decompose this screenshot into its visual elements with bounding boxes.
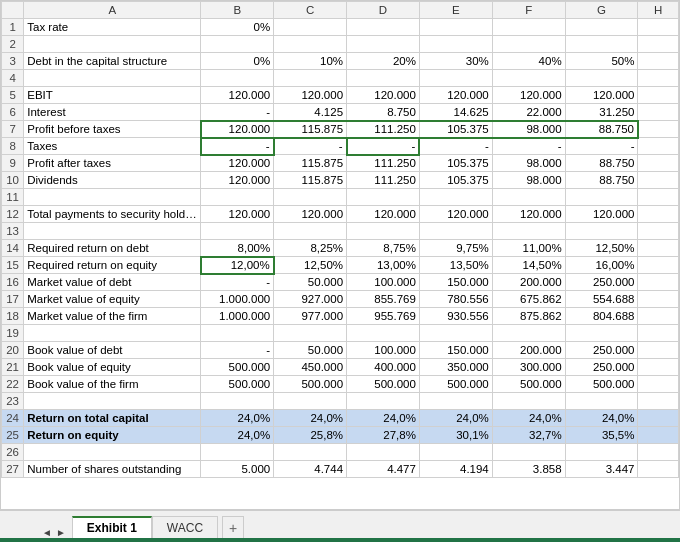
cell-b1[interactable]: 0% (201, 19, 274, 36)
cell-c22[interactable]: 500.000 (274, 376, 347, 393)
table-row[interactable]: 11 (2, 189, 679, 206)
cell-a9[interactable]: Profit after taxes (24, 155, 201, 172)
cell-g6[interactable]: 31.250 (565, 104, 638, 121)
cell-d26[interactable] (347, 444, 420, 461)
cell-f15[interactable]: 14,50% (492, 257, 565, 274)
cell-c6[interactable]: 4.125 (274, 104, 347, 121)
cell-d8[interactable]: - (347, 138, 420, 155)
cell-a4[interactable] (24, 70, 201, 87)
cell-g8[interactable]: - (565, 138, 638, 155)
table-row[interactable]: 5EBIT120.000120.000120.000120.000120.000… (2, 87, 679, 104)
cell-a11[interactable] (24, 189, 201, 206)
cell-a20[interactable]: Book value of debt (24, 342, 201, 359)
cell-f22[interactable]: 500.000 (492, 376, 565, 393)
cell-d9[interactable]: 111.250 (347, 155, 420, 172)
cell-g9[interactable]: 88.750 (565, 155, 638, 172)
cell-f20[interactable]: 200.000 (492, 342, 565, 359)
table-row[interactable]: 25Return on equity24,0%25,8%27,8%30,1%32… (2, 427, 679, 444)
cell-d11[interactable] (347, 189, 420, 206)
cell-a14[interactable]: Required return on debt (24, 240, 201, 257)
cell-f25[interactable]: 32,7% (492, 427, 565, 444)
table-row[interactable]: 21Book value of equity500.000450.000400.… (2, 359, 679, 376)
cell-b4[interactable] (201, 70, 274, 87)
cell-g26[interactable] (565, 444, 638, 461)
cell-b9[interactable]: 120.000 (201, 155, 274, 172)
cell-b3[interactable]: 0% (201, 53, 274, 70)
cell-g14[interactable]: 12,50% (565, 240, 638, 257)
table-row[interactable]: 26 (2, 444, 679, 461)
cell-c8[interactable]: - (274, 138, 347, 155)
cell-b2[interactable] (201, 36, 274, 53)
cell-e3[interactable]: 30% (419, 53, 492, 70)
cell-d7[interactable]: 111.250 (347, 121, 420, 138)
cell-e15[interactable]: 13,50% (419, 257, 492, 274)
cell-a21[interactable]: Book value of equity (24, 359, 201, 376)
cell-e2[interactable] (419, 36, 492, 53)
table-row[interactable]: 23 (2, 393, 679, 410)
cell-e11[interactable] (419, 189, 492, 206)
cell-d22[interactable]: 500.000 (347, 376, 420, 393)
cell-f8[interactable]: - (492, 138, 565, 155)
cell-b20[interactable]: - (201, 342, 274, 359)
cell-b16[interactable]: - (201, 274, 274, 291)
cell-e20[interactable]: 150.000 (419, 342, 492, 359)
cell-b17[interactable]: 1.000.000 (201, 291, 274, 308)
cell-a25[interactable]: Return on equity (24, 427, 201, 444)
cell-g16[interactable]: 250.000 (565, 274, 638, 291)
cell-e19[interactable] (419, 325, 492, 342)
cell-e27[interactable]: 4.194 (419, 461, 492, 478)
cell-g12[interactable]: 120.000 (565, 206, 638, 223)
cell-e25[interactable]: 30,1% (419, 427, 492, 444)
cell-e13[interactable] (419, 223, 492, 240)
cell-f6[interactable]: 22.000 (492, 104, 565, 121)
cell-b7[interactable]: 120.000 (201, 121, 274, 138)
cell-c21[interactable]: 450.000 (274, 359, 347, 376)
cell-a5[interactable]: EBIT (24, 87, 201, 104)
cell-d2[interactable] (347, 36, 420, 53)
cell-d15[interactable]: 13,00% (347, 257, 420, 274)
table-row[interactable]: 20Book value of debt-50.000100.000150.00… (2, 342, 679, 359)
cell-e17[interactable]: 780.556 (419, 291, 492, 308)
cell-b26[interactable] (201, 444, 274, 461)
cell-d23[interactable] (347, 393, 420, 410)
cell-b21[interactable]: 500.000 (201, 359, 274, 376)
table-row[interactable]: 16Market value of debt-50.000100.000150.… (2, 274, 679, 291)
cell-e4[interactable] (419, 70, 492, 87)
cell-b12[interactable]: 120.000 (201, 206, 274, 223)
table-row[interactable]: 22Book value of the firm500.000500.00050… (2, 376, 679, 393)
cell-e5[interactable]: 120.000 (419, 87, 492, 104)
tab-arrow-right[interactable]: ► (54, 527, 68, 538)
table-row[interactable]: 1Tax rate0% (2, 19, 679, 36)
cell-c10[interactable]: 115.875 (274, 172, 347, 189)
tab-arrow-left[interactable]: ◄ (40, 527, 54, 538)
table-row[interactable]: 12Total payments to security holders120.… (2, 206, 679, 223)
cell-c17[interactable]: 927.000 (274, 291, 347, 308)
cell-f4[interactable] (492, 70, 565, 87)
table-row[interactable]: 2 (2, 36, 679, 53)
cell-d13[interactable] (347, 223, 420, 240)
cell-f12[interactable]: 120.000 (492, 206, 565, 223)
cell-b23[interactable] (201, 393, 274, 410)
cell-f13[interactable] (492, 223, 565, 240)
cell-e14[interactable]: 9,75% (419, 240, 492, 257)
cell-b15[interactable]: 12,00% (201, 257, 274, 274)
cell-b6[interactable]: - (201, 104, 274, 121)
cell-g23[interactable] (565, 393, 638, 410)
cell-g22[interactable]: 500.000 (565, 376, 638, 393)
cell-c25[interactable]: 25,8% (274, 427, 347, 444)
cell-a12[interactable]: Total payments to security holders (24, 206, 201, 223)
cell-e23[interactable] (419, 393, 492, 410)
cell-g27[interactable]: 3.447 (565, 461, 638, 478)
cell-d25[interactable]: 27,8% (347, 427, 420, 444)
cell-d12[interactable]: 120.000 (347, 206, 420, 223)
cell-g7[interactable]: 88.750 (565, 121, 638, 138)
table-row[interactable]: 9Profit after taxes120.000115.875111.250… (2, 155, 679, 172)
cell-a13[interactable] (24, 223, 201, 240)
cell-g2[interactable] (565, 36, 638, 53)
cell-c3[interactable]: 10% (274, 53, 347, 70)
col-header-d[interactable]: D (347, 2, 420, 19)
cell-f11[interactable] (492, 189, 565, 206)
cell-g13[interactable] (565, 223, 638, 240)
cell-a3[interactable]: Debt in the capital structure (24, 53, 201, 70)
cell-e9[interactable]: 105.375 (419, 155, 492, 172)
